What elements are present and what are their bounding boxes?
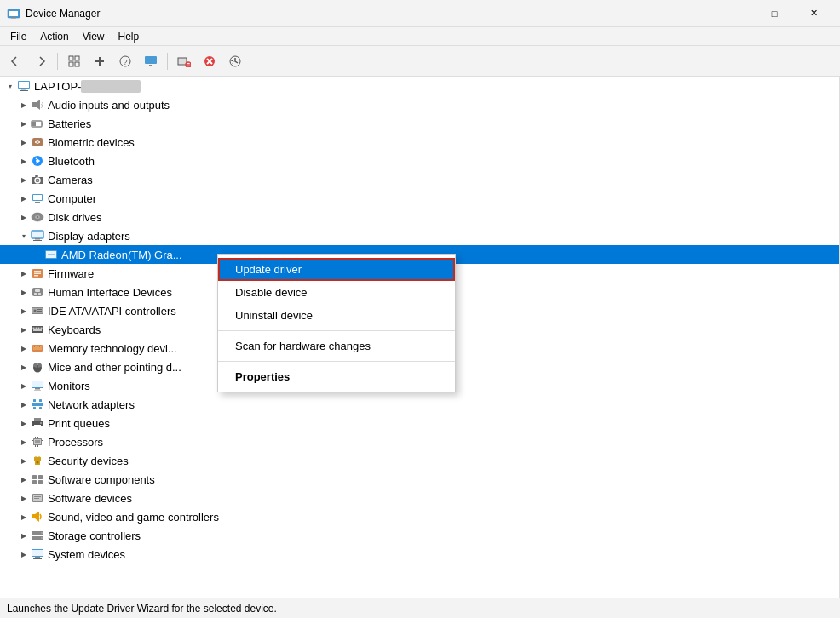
expand-biometric[interactable]: ▶ xyxy=(17,135,31,149)
tree-item-sound[interactable]: ▶ Sound, video and game controllers xyxy=(0,507,839,526)
expand-audio[interactable]: ▶ xyxy=(17,98,31,112)
svg-text:?: ? xyxy=(123,58,127,66)
svg-rect-96 xyxy=(42,440,43,441)
tree-item-swdev[interactable]: ▶ Software devices xyxy=(0,489,839,507)
battery-icon xyxy=(31,117,44,130)
ctx-update-driver[interactable]: Update driver xyxy=(218,258,455,281)
menu-view[interactable]: View xyxy=(76,29,112,44)
tree-root[interactable]: ▾ LAPTOP-XXXXXXXX xyxy=(0,77,839,95)
expand-disk[interactable]: ▶ xyxy=(17,210,31,224)
minimize-button[interactable]: ─ xyxy=(716,0,755,27)
svg-rect-110 xyxy=(38,480,43,484)
tree-item-security[interactable]: ▶ Security devices xyxy=(0,451,839,470)
expand-display[interactable]: ▾ xyxy=(17,229,31,243)
expand-ide[interactable]: ▶ xyxy=(17,304,31,318)
svg-marker-25 xyxy=(37,100,40,110)
ctx-separator-2 xyxy=(218,361,455,362)
tree-item-display[interactable]: ▾ Display adapters xyxy=(0,226,839,245)
scan-button[interactable] xyxy=(172,49,196,73)
window-controls: ─ □ ✕ xyxy=(716,0,833,27)
tree-item-network[interactable]: ▶ Network adapters xyxy=(0,395,839,414)
expand-mice[interactable]: ▶ xyxy=(17,360,31,374)
properties-button[interactable] xyxy=(139,49,163,73)
expand-computer[interactable]: ▶ xyxy=(17,192,31,205)
ctx-properties[interactable]: Properties xyxy=(218,365,455,388)
svg-rect-114 xyxy=(34,498,39,499)
tree-item-computer[interactable]: ▶ Computer xyxy=(0,189,839,208)
expand-security[interactable]: ▶ xyxy=(17,454,31,467)
back-button[interactable] xyxy=(3,49,27,73)
tree-item-biometric[interactable]: ▶ Biometric devices xyxy=(0,133,839,152)
system-icon xyxy=(31,547,44,561)
tree-item-batteries[interactable]: ▶ Batteries xyxy=(0,114,839,133)
svg-rect-38 xyxy=(33,195,42,200)
menu-help[interactable]: Help xyxy=(112,29,147,44)
svg-rect-107 xyxy=(32,475,37,479)
expand-amd[interactable] xyxy=(31,248,44,261)
svg-rect-67 xyxy=(41,328,43,329)
expand-swdev[interactable]: ▶ xyxy=(17,491,31,505)
hid-icon xyxy=(31,285,44,299)
window-title: Device Manager xyxy=(26,8,716,20)
svg-point-35 xyxy=(37,180,39,182)
svg-rect-122 xyxy=(32,550,43,556)
tree-item-swcomp[interactable]: ▶ Software components xyxy=(0,470,839,489)
tree-label-print: Print queues xyxy=(48,417,110,430)
expand-swcomp[interactable]: ▶ xyxy=(17,472,31,486)
tree-item-bluetooth[interactable]: ▶ Bluetooth xyxy=(0,152,839,170)
expand-storage[interactable]: ▶ xyxy=(17,529,31,542)
expand-keyboards[interactable]: ▶ xyxy=(17,323,31,336)
tree-item-storage[interactable]: ▶ Storage controllers xyxy=(0,526,839,545)
menu-action[interactable]: Action xyxy=(33,29,75,44)
main-content: ▾ LAPTOP-XXXXXXXX ▶ ) ) xyxy=(0,77,840,598)
tree-item-print[interactable]: ▶ Print queues xyxy=(0,414,839,432)
svg-rect-93 xyxy=(35,440,40,443)
expand-bluetooth[interactable]: ▶ xyxy=(17,154,31,168)
ctx-scan-hardware[interactable]: Scan for hardware changes xyxy=(218,335,455,358)
app-icon xyxy=(7,7,20,20)
tree-item-audio[interactable]: ▶ ) ) Audio inputs and outputs xyxy=(0,95,839,114)
tree-label-memory: Memory technology devi... xyxy=(48,342,177,355)
expand-hid[interactable]: ▶ xyxy=(17,285,31,299)
expand-cameras[interactable]: ▶ xyxy=(17,173,31,186)
svg-rect-71 xyxy=(34,346,35,347)
maximize-button[interactable]: □ xyxy=(755,0,794,27)
status-bar: Launches the Update Driver Wizard for th… xyxy=(0,598,840,618)
expand-memory[interactable]: ▶ xyxy=(17,341,31,355)
svg-point-60 xyxy=(34,310,37,312)
tree-item-cameras[interactable]: ▶ Cameras xyxy=(0,170,839,189)
remove-button[interactable] xyxy=(198,49,222,73)
expand-network[interactable]: ▶ xyxy=(17,398,31,411)
menu-file[interactable]: File xyxy=(3,29,33,44)
tree-item-system[interactable]: ▶ System devices xyxy=(0,545,839,564)
forward-button[interactable] xyxy=(29,49,53,73)
expand-print[interactable]: ▶ xyxy=(17,416,31,430)
tree-item-disk[interactable]: ▶ Disk drives xyxy=(0,208,839,226)
expand-button[interactable] xyxy=(62,49,86,73)
svg-rect-22 xyxy=(21,89,26,90)
toolbar-sep-2 xyxy=(167,53,168,70)
expand-batteries[interactable]: ▶ xyxy=(17,117,31,130)
collapse-button[interactable] xyxy=(88,49,112,73)
expand-monitors[interactable]: ▶ xyxy=(17,379,31,392)
update-button[interactable] xyxy=(223,49,247,73)
expand-firmware[interactable]: ▶ xyxy=(17,266,31,280)
expand-processors[interactable]: ▶ xyxy=(17,435,31,449)
svg-rect-11 xyxy=(145,56,157,64)
svg-rect-45 xyxy=(35,238,40,240)
svg-rect-99 xyxy=(37,437,38,438)
svg-rect-56 xyxy=(34,293,37,295)
tree-item-processors[interactable]: ▶ Processors xyxy=(0,432,839,451)
tree-label-ide: IDE ATA/ATAPI controllers xyxy=(48,305,176,318)
help-button[interactable]: ? xyxy=(113,49,137,73)
ctx-uninstall-device[interactable]: Uninstall device xyxy=(218,304,455,327)
svg-point-77 xyxy=(37,363,38,365)
svg-rect-23 xyxy=(20,90,28,91)
ctx-disable-device[interactable]: Disable device xyxy=(218,281,455,304)
expand-root[interactable]: ▾ xyxy=(3,79,17,93)
svg-rect-57 xyxy=(38,293,41,295)
keyboard-icon xyxy=(31,323,44,336)
expand-sound[interactable]: ▶ xyxy=(17,510,31,524)
close-button[interactable]: ✕ xyxy=(794,0,833,27)
expand-system[interactable]: ▶ xyxy=(17,547,31,561)
